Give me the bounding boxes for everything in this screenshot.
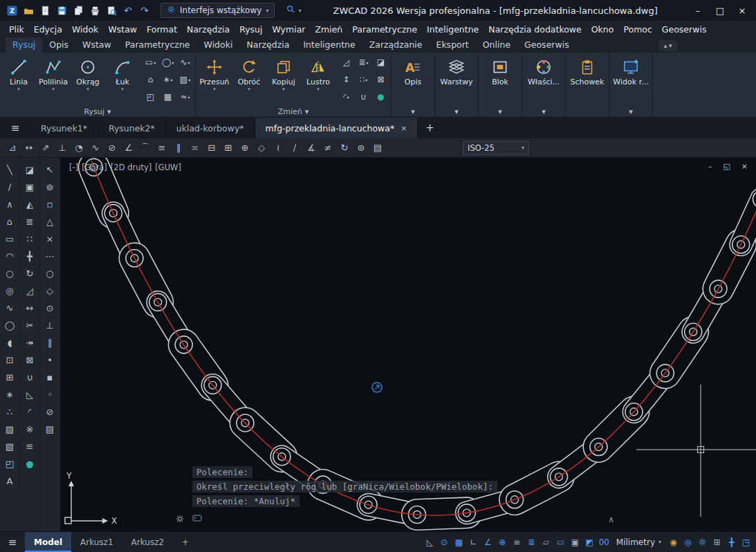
ribbon-button[interactable]: Łuk▾ <box>105 53 140 106</box>
new-button[interactable] <box>37 3 53 18</box>
perpendicular-snap-icon[interactable]: ⊥ <box>42 317 59 334</box>
ribbon-tab[interactable]: Eksport <box>429 37 475 53</box>
ellipse-arc-tool-icon[interactable]: ◖ <box>1 334 19 351</box>
document-tab[interactable]: uklad-korbowy* <box>166 118 255 138</box>
viewport-close-button[interactable]: × <box>741 162 748 171</box>
ribbon-button[interactable]: Obróć▾ <box>232 53 266 106</box>
ribbon-tab[interactable]: Rysuj <box>6 37 42 53</box>
dim-break-icon[interactable]: ⊟ <box>203 140 220 156</box>
quadrant-snap-icon[interactable]: ◇ <box>42 282 59 300</box>
redo-button[interactable]: ↷ <box>137 3 152 18</box>
spline-tool-icon[interactable]: ∿ <box>1 300 19 317</box>
polar-tracking-icon[interactable]: ∠ <box>481 535 495 550</box>
ribbon-button[interactable]: Linia▾ <box>1 53 36 106</box>
extension-snap-icon[interactable]: ⋯ <box>42 248 59 265</box>
make-block-tool-icon[interactable]: ⊞ <box>1 369 19 386</box>
erase-icon[interactable]: ◪ <box>372 54 389 71</box>
document-tab[interactable]: mfg-przekladnia-lancuchowa*× <box>255 118 418 138</box>
center-mark-icon[interactable]: ⊕ <box>237 140 253 156</box>
polygon-tool-icon[interactable]: ⌂ <box>1 213 19 230</box>
tolerance-icon[interactable]: ⊞ <box>220 140 237 156</box>
polygon-icon[interactable]: ⌂ <box>142 71 159 89</box>
center-snap-icon[interactable]: ○ <box>42 265 59 282</box>
dim-style-dropdown[interactable]: ISO-25 ▾ <box>463 141 529 155</box>
region-icon[interactable]: ◰ <box>142 89 159 106</box>
ribbon-button[interactable]: Polilinia▾ <box>36 53 71 106</box>
none-snap-icon[interactable]: ⊘ <box>42 403 59 421</box>
layout-tab[interactable]: + <box>173 532 198 552</box>
intersection-snap-icon[interactable]: × <box>42 230 59 248</box>
command-input-row[interactable]: ∧ <box>175 512 614 527</box>
menu-item[interactable]: Narzędzia <box>182 23 234 36</box>
spline-icon[interactable]: ∿▾ <box>176 54 194 71</box>
menu-item[interactable]: Edycja <box>29 23 67 36</box>
status-menu-button[interactable]: ≡ <box>0 532 25 552</box>
region-tool-icon[interactable]: ◰ <box>1 455 19 472</box>
viewport-control[interactable]: [2D druty] <box>111 163 151 172</box>
dynamic-input-icon[interactable]: ▭ <box>553 535 568 550</box>
scale-icon[interactable]: ↕ <box>338 71 355 89</box>
osnap-settings-icon[interactable]: ▤ <box>42 421 59 438</box>
dim-arc-length-icon[interactable]: ⌒ <box>137 140 154 156</box>
array-icon[interactable]: ∷▾ <box>355 71 372 89</box>
window-layout-icon[interactable]: ⊞ <box>710 535 724 550</box>
stretch-icon[interactable]: ◿ <box>338 54 355 71</box>
ribbon-button[interactable]: Przesuń▾ <box>197 53 232 106</box>
menu-item[interactable]: Parametryczne <box>347 23 422 36</box>
ortho-icon[interactable]: ∟ <box>466 535 481 550</box>
donut-tool-icon[interactable]: ◎ <box>1 282 19 300</box>
hatch-icon[interactable]: ▨▾ <box>176 71 194 89</box>
osnap-icon[interactable]: ⊕ <box>495 535 510 550</box>
ribbon-tab[interactable]: Geoserwis <box>517 37 576 53</box>
menu-item[interactable]: Format <box>142 23 182 36</box>
ribbon-tab[interactable]: Online <box>476 37 517 53</box>
erase-tool-icon[interactable]: ◪ <box>21 161 39 178</box>
hatch-tool-icon[interactable]: ▨ <box>1 421 19 438</box>
viewport-control[interactable]: [-] <box>69 163 78 172</box>
transparency-icon[interactable]: ▱ <box>539 535 553 550</box>
node-snap-icon[interactable]: • <box>42 351 59 369</box>
settings-gear-icon[interactable] <box>695 535 710 550</box>
menu-item[interactable]: Rysuj <box>234 23 267 36</box>
offset-tool-icon[interactable]: ≣ <box>21 213 39 230</box>
save-all-button[interactable] <box>71 3 86 18</box>
close-button[interactable]: × <box>731 1 753 19</box>
workspace-dropdown[interactable]: Interfejs wstążkowy ▾ <box>160 3 275 18</box>
search-button[interactable]: ▾ <box>283 3 304 19</box>
rectangle-icon[interactable]: ▭▾ <box>142 54 159 71</box>
insert-block-tool-icon[interactable]: ⊡ <box>1 351 19 369</box>
explode-tool-icon[interactable]: ※ <box>21 421 39 438</box>
ribbon-tab[interactable]: Opis <box>42 37 75 53</box>
ribbon-button[interactable]: Właści... <box>524 53 564 106</box>
units-dropdown[interactable]: Milimetry▾ <box>611 537 666 547</box>
stretch-tool-icon[interactable]: ↔ <box>21 300 39 317</box>
ribbon-button[interactable]: AOpis <box>393 53 433 106</box>
insert-snap-icon[interactable]: ▪ <box>42 369 59 386</box>
ribbon-tab[interactable]: Parametryczne <box>118 37 197 53</box>
ellipse-tool-icon[interactable]: ◯ <box>1 317 19 334</box>
open-button[interactable] <box>21 3 36 18</box>
panel-label[interactable]: Zmień▾ <box>197 106 389 117</box>
ribbon-tab[interactable]: Inteligentne <box>296 37 362 53</box>
dim-smart-icon[interactable]: ⊿ <box>4 140 21 156</box>
new-tab-button[interactable]: + <box>418 118 441 138</box>
circle-tool-icon[interactable]: ○ <box>1 265 19 282</box>
precision-icon[interactable]: 00 <box>597 535 611 550</box>
ribbon-button[interactable]: Okrąg▾ <box>71 53 105 106</box>
dim-reassociate-icon[interactable]: ⊚ <box>353 140 369 156</box>
collapse-command-icon[interactable]: ∧ <box>608 515 614 524</box>
break-tool-icon[interactable]: ⊠ <box>21 351 39 369</box>
layout-tab[interactable]: Arkusz2 <box>122 532 174 552</box>
menu-item[interactable]: Wstaw <box>103 23 142 36</box>
dim-baseline-icon[interactable]: ≡ <box>154 140 170 156</box>
copy-tool-icon[interactable]: ▣ <box>21 178 39 196</box>
table-icon[interactable]: ▦ <box>159 89 176 106</box>
dim-diameter-icon[interactable]: ⊘ <box>104 140 120 156</box>
gradient-tool-icon[interactable]: ▧ <box>1 438 19 455</box>
align-tool-icon[interactable]: ≌ <box>21 438 39 455</box>
doc-menu-button[interactable]: ≡ <box>0 118 30 138</box>
lineweight-icon[interactable]: ≣ <box>524 535 539 550</box>
layout-tab[interactable]: Arkusz1 <box>71 532 122 552</box>
menu-item[interactable]: Geoserwis <box>657 23 712 36</box>
plot-preview-button[interactable] <box>104 3 119 18</box>
